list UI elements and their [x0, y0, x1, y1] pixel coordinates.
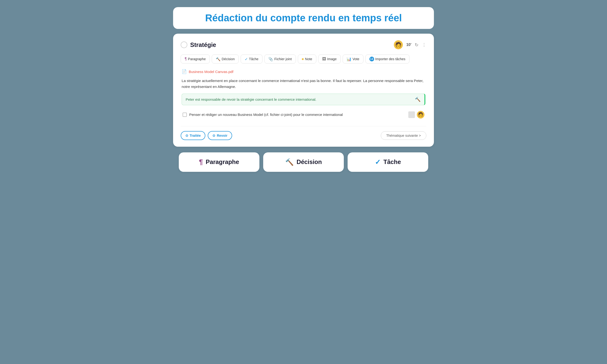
bottom-btn-paragraphe[interactable]: ¶ Paragraphe [179, 152, 259, 172]
card-header-left: Stratégie [181, 41, 216, 48]
traitee-label: Traitée [190, 134, 201, 137]
bottom-btn-decision[interactable]: 🔨 Décision [263, 152, 344, 172]
revoir-label: Revoir [217, 134, 227, 137]
divider [181, 126, 426, 126]
note-icon: ■ [302, 57, 304, 61]
toolbar-btn-vote-label: Vote [353, 57, 359, 61]
refresh-icon[interactable]: ↻ [415, 42, 419, 48]
bottom-para-label: Paragraphe [206, 158, 239, 165]
status-circle-icon[interactable] [181, 41, 187, 48]
pdf-icon: 📄 [182, 69, 187, 74]
fichier-icon: 📎 [268, 57, 273, 61]
time-label: 10' [406, 43, 411, 47]
decision-icon: 🔨 [216, 57, 221, 61]
task-left: Penser et rédiger un nouveau Business Mo… [183, 113, 343, 117]
avatar: 🧑 [394, 40, 403, 49]
toolbar-btn-note[interactable]: ■ Note [298, 54, 316, 64]
next-thematique-label: Thématique suivante > [386, 134, 421, 137]
toolbar-btn-tache-label: Tâche [249, 57, 258, 61]
main-card: Stratégie 🧑 10' ↻ ⋮ ¶ Paragraphe 🔨 Décis… [173, 34, 434, 147]
traitee-button[interactable]: ⊙ Traitée [181, 131, 205, 140]
decision-anchor-icon: 🔨 [415, 97, 421, 102]
toolbar-btn-import-label: Importer des tâches [375, 57, 406, 61]
toolbar-btn-paragraphe-label: Paragraphe [188, 57, 206, 61]
task-avatar: 🧑 [417, 111, 424, 118]
bottom-decision-label: Décision [297, 158, 322, 165]
toolbar-btn-vote[interactable]: 📊 Vote [343, 54, 364, 64]
bottom-para-icon: ¶ [199, 158, 203, 166]
bottom-btn-tache[interactable]: ✓ Tâche [348, 152, 428, 172]
card-title: Stratégie [190, 41, 216, 48]
toolbar-btn-fichier-label: Fichier joint [274, 57, 292, 61]
card-footer: ⊙ Traitée ⊙ Revoir Thématique suivante > [181, 131, 426, 140]
file-name: Business Model Canvas.pdf [189, 70, 233, 74]
traitee-icon: ⊙ [185, 134, 188, 137]
revoir-icon: ⊙ [212, 134, 215, 137]
import-badge: 13 [369, 57, 374, 61]
vote-icon: 📊 [347, 57, 351, 61]
decision-item: Peter est responsable de revoir la strat… [182, 94, 425, 105]
card-header-right: 🧑 10' ↻ ⋮ [394, 40, 426, 49]
toolbar-btn-tache[interactable]: ✓ Tâche [241, 54, 263, 64]
file-attachment[interactable]: 📄 Business Model Canvas.pdf [182, 69, 425, 74]
paragraphe-icon: ¶ [185, 57, 187, 61]
tache-icon: ✓ [245, 57, 248, 61]
task-right: 🧑 [408, 111, 424, 118]
toolbar: ¶ Paragraphe 🔨 Décision ✓ Tâche 📎 Fichie… [181, 54, 426, 64]
image-icon: 🖼 [322, 57, 326, 61]
toolbar-btn-image-label: Image [327, 57, 337, 61]
decision-text: Peter est responsable de revoir la strat… [186, 97, 316, 102]
toolbar-btn-paragraphe[interactable]: ¶ Paragraphe [181, 54, 210, 64]
card-header: Stratégie 🧑 10' ↻ ⋮ [181, 40, 426, 49]
task-assign-button[interactable] [408, 111, 415, 118]
toolbar-btn-note-label: Note [305, 57, 312, 61]
toolbar-btn-decision[interactable]: 🔨 Décision [212, 54, 239, 64]
task-text: Penser et rédiger un nouveau Business Mo… [189, 113, 343, 117]
toolbar-btn-fichier[interactable]: 📎 Fichier joint [264, 54, 296, 64]
bottom-tache-icon: ✓ [375, 158, 381, 166]
bottom-tache-label: Tâche [383, 158, 401, 165]
task-item: Penser et rédiger un nouveau Business Mo… [182, 108, 425, 121]
title-banner: Rédaction du compte rendu en temps réel [173, 7, 434, 29]
revoir-button[interactable]: ⊙ Revoir [208, 131, 232, 140]
bottom-decision-icon: 🔨 [285, 158, 294, 166]
task-checkbox[interactable] [183, 113, 187, 117]
more-options-icon[interactable]: ⋮ [422, 42, 426, 48]
bottom-bar: ¶ Paragraphe 🔨 Décision ✓ Tâche [173, 152, 434, 172]
toolbar-btn-import[interactable]: 13 Importer des tâches [365, 54, 409, 64]
toolbar-btn-image[interactable]: 🖼 Image [318, 54, 341, 64]
page-title: Rédaction du compte rendu en temps réel [183, 12, 424, 24]
footer-left: ⊙ Traitée ⊙ Revoir [181, 131, 232, 140]
description-text: La stratégie actuellement en place conce… [182, 78, 425, 90]
next-thematique-button[interactable]: Thématique suivante > [381, 131, 426, 140]
toolbar-btn-decision-label: Décision [222, 57, 235, 61]
content-area: 📄 Business Model Canvas.pdf La stratégie… [181, 69, 426, 121]
